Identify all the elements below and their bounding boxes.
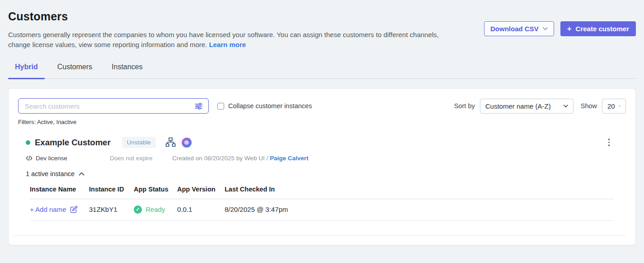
license-row: Dev license Does not expire Created on 0… xyxy=(26,155,626,162)
sitemap-icon xyxy=(165,137,176,148)
instances-table: Instance Name Instance ID App Status App… xyxy=(30,186,613,221)
chevron-up-icon xyxy=(79,172,85,176)
column-header-instance-id: Instance ID xyxy=(89,186,134,193)
instance-id-cell: 31ZKbY1 xyxy=(89,206,134,213)
code-icon xyxy=(26,155,33,162)
collapse-instances-group: Collapse customer instances xyxy=(217,102,312,110)
instances-table-header: Instance Name Instance ID App Status App… xyxy=(30,186,613,199)
search-input[interactable] xyxy=(24,102,194,110)
show-value: 20 xyxy=(607,102,615,110)
column-header-app-status: App Status xyxy=(134,186,177,193)
active-status-dot xyxy=(26,140,30,145)
show-label: Show xyxy=(581,102,597,110)
download-csv-button[interactable]: Download CSV xyxy=(484,21,554,36)
page-header-text: Customers Customers generally represent … xyxy=(8,10,446,50)
active-filters-text: Filters: Active, Inactive xyxy=(18,119,626,125)
column-header-instance-name: Instance Name xyxy=(30,186,89,193)
instances-toggle[interactable]: 1 active instance xyxy=(26,170,85,177)
edit-icon xyxy=(70,205,78,214)
download-csv-label: Download CSV xyxy=(490,25,539,33)
instance-name-cell: + Add name xyxy=(30,205,89,214)
chevron-down-icon xyxy=(543,27,548,30)
chevron-down-icon xyxy=(564,105,568,108)
license-type: Dev license xyxy=(26,155,110,162)
app-version-cell: 0.0.1 xyxy=(177,206,225,213)
collapse-instances-label[interactable]: Collapse customer instances xyxy=(228,102,312,110)
customers-card-content: Collapse customer instances Sort by Cust… xyxy=(9,89,635,221)
app-status-label: Ready xyxy=(146,206,165,213)
header-actions: Download CSV + Create customer xyxy=(484,21,636,36)
kubernetes-icon: ☸ xyxy=(182,138,192,148)
license-expiry: Does not expire xyxy=(110,155,172,162)
sort-by-select[interactable]: Customer name (A-Z) xyxy=(480,99,573,114)
search-customers-box xyxy=(18,98,209,114)
tab-hybrid[interactable]: Hybrid xyxy=(8,63,45,78)
channel-badge: Unstable xyxy=(122,137,156,148)
created-text: Created on 08/20/2025 by Web UI / xyxy=(172,155,268,162)
column-header-last-checked-in: Last Checked In xyxy=(225,186,613,193)
kebab-menu[interactable] xyxy=(606,137,612,148)
create-customer-button[interactable]: + Create customer xyxy=(560,21,636,36)
customers-page: Customers Customers generally represent … xyxy=(0,0,644,245)
page-header: Customers Customers generally represent … xyxy=(8,10,636,50)
created-by-link[interactable]: Paige Calvert xyxy=(270,155,309,162)
add-name-button[interactable]: + Add name xyxy=(30,205,78,214)
create-customer-label: Create customer xyxy=(576,25,629,33)
sort-by-label: Sort by xyxy=(454,102,475,110)
license-type-label: Dev license xyxy=(36,155,67,162)
add-name-label: + Add name xyxy=(30,206,66,213)
page-title: Customers xyxy=(8,10,446,23)
app-status-cell: ✓ Ready xyxy=(134,206,177,214)
card-bottom-divider xyxy=(13,235,626,236)
collapse-instances-checkbox[interactable] xyxy=(217,103,224,110)
list-toolbar: Collapse customer instances Sort by Cust… xyxy=(18,98,626,114)
plus-icon: + xyxy=(567,25,572,33)
tab-bar: Hybrid Customers Instances xyxy=(8,63,636,79)
created-info: Created on 08/20/2025 by Web UI / Paige … xyxy=(172,155,308,162)
customer-header: Example Customer Unstable ☸ xyxy=(26,137,626,148)
learn-more-link[interactable]: Learn more xyxy=(209,41,246,48)
check-circle-icon: ✓ xyxy=(134,206,142,214)
sort-by-value: Customer name (A-Z) xyxy=(485,102,551,110)
instances-summary: 1 active instance xyxy=(26,170,75,177)
chevron-down-icon xyxy=(619,105,620,108)
tab-instances[interactable]: Instances xyxy=(105,63,149,78)
column-header-app-version: App Version xyxy=(177,186,225,193)
table-row: + Add name 31ZKbY1 xyxy=(30,199,613,221)
customer-name[interactable]: Example Customer xyxy=(35,138,111,148)
page-description: Customers generally represent the compan… xyxy=(8,30,446,50)
customer-list-item: Example Customer Unstable ☸ xyxy=(18,137,626,221)
customers-card: Collapse customer instances Sort by Cust… xyxy=(8,88,636,245)
show-select[interactable]: 20 xyxy=(602,99,626,114)
filter-sliders-icon[interactable] xyxy=(194,102,203,110)
last-checked-in-cell: 8/20/2025 @ 3:47pm xyxy=(225,206,613,213)
tab-customers[interactable]: Customers xyxy=(51,63,99,78)
